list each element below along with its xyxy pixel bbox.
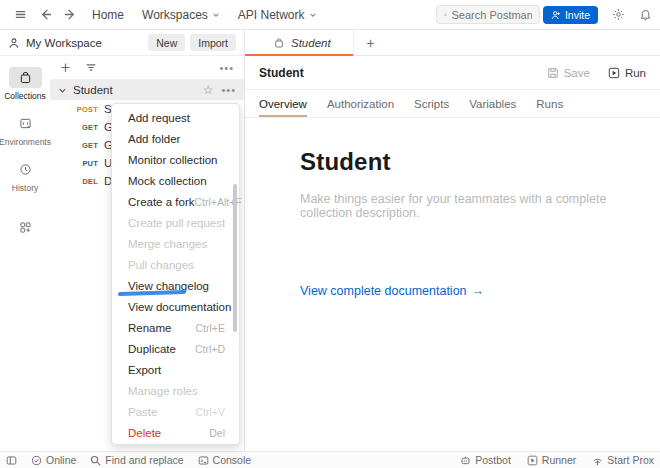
search-icon: [444, 10, 447, 20]
environments-icon: [9, 113, 42, 134]
collection-tab-icon: [273, 37, 285, 49]
online-check-icon: [31, 455, 42, 466]
menu-item-create-a-fork[interactable]: Create a forkCtrl+Alt+F: [112, 191, 239, 212]
method-badge: POST: [74, 105, 98, 114]
rail-item-history[interactable]: History: [0, 154, 50, 198]
console-toggle[interactable]: Console: [198, 454, 252, 466]
start-proxy-button[interactable]: Start Prox: [592, 454, 654, 466]
view-documentation-link[interactable]: View complete documentation →: [300, 284, 484, 298]
postbot-button[interactable]: Postbot: [460, 454, 511, 466]
menu-item-rename[interactable]: RenameCtrl+E: [112, 317, 239, 338]
description-placeholder[interactable]: Make things easier for your teammates wi…: [300, 192, 630, 220]
menu-item-delete[interactable]: DeleteDel: [112, 422, 239, 443]
history-clock-icon: [9, 159, 42, 180]
menu-item-add-request[interactable]: Add request: [112, 107, 239, 128]
new-button[interactable]: New: [148, 34, 185, 51]
sidebar-more-icon[interactable]: •••: [219, 62, 234, 74]
invite-user-icon: [551, 10, 561, 20]
invite-button[interactable]: Invite: [543, 6, 598, 24]
tab-variables[interactable]: Variables: [469, 90, 516, 117]
online-status[interactable]: Online: [31, 454, 76, 466]
tab-authorization[interactable]: Authorization: [327, 90, 394, 117]
menu-item-view-documentation[interactable]: View documentation: [112, 296, 239, 317]
nav-home[interactable]: Home: [92, 8, 124, 22]
tab-scripts[interactable]: Scripts: [414, 90, 449, 117]
menu-item-merge-changes: Merge changes: [112, 233, 239, 254]
method-badge: GET: [74, 123, 98, 132]
top-bar: Home Workspaces API Network Invite: [0, 0, 660, 30]
star-favorite-icon[interactable]: ☆: [203, 83, 214, 97]
runner-play-icon: [527, 455, 538, 466]
workspace-title[interactable]: My Workspace: [8, 37, 102, 49]
menu-item-monitor-collection[interactable]: Monitor collection: [112, 149, 239, 170]
save-button[interactable]: Save: [547, 67, 590, 79]
import-button[interactable]: Import: [190, 34, 236, 51]
proxy-signal-icon: [592, 455, 603, 466]
add-collection-icon[interactable]: [60, 62, 71, 73]
back-arrow-icon[interactable]: [39, 8, 52, 21]
method-badge: GET: [74, 141, 98, 150]
rail-item-add-panel[interactable]: [0, 212, 50, 243]
method-badge: PUT: [74, 159, 98, 168]
chevron-down-icon: [309, 11, 317, 19]
overview-content: Student Make things easier for your team…: [245, 118, 660, 298]
menu-item-pull-changes: Pull changes: [112, 254, 239, 275]
nav-workspaces[interactable]: Workspaces: [142, 8, 220, 22]
rail-item-environments[interactable]: Environments: [0, 108, 50, 152]
filter-icon[interactable]: [85, 62, 97, 73]
activity-rail: Collections Environments History: [0, 56, 50, 451]
run-button[interactable]: Run: [608, 67, 646, 79]
app-menu-icon[interactable]: [14, 8, 27, 21]
sidebar-toolbar: •••: [50, 56, 244, 80]
user-icon: [8, 37, 20, 49]
page-title: Student: [259, 66, 304, 80]
console-icon: [198, 455, 209, 466]
menu-item-add-folder[interactable]: Add folder: [112, 128, 239, 149]
find-and-replace[interactable]: Find and replace: [90, 454, 183, 466]
menu-item-mock-collection[interactable]: Mock collection: [112, 170, 239, 191]
menu-item-export[interactable]: Export: [112, 359, 239, 380]
grid-plus-icon: [9, 217, 42, 238]
rail-item-collections[interactable]: Collections: [0, 62, 50, 106]
collection-header: Student Save Run: [245, 56, 660, 90]
menu-item-view-changelog[interactable]: View changelog: [112, 275, 239, 296]
menu-item-create-pull-request: Create pull request: [112, 212, 239, 233]
search-input[interactable]: [452, 9, 532, 21]
collection-context-menu: Add request Add folder Monitor collectio…: [111, 103, 240, 445]
document-tab-bar: Student +: [245, 30, 660, 56]
save-floppy-icon: [547, 67, 559, 79]
status-bar: Online Find and replace Console Postbot …: [0, 451, 660, 468]
method-badge: DEL: [74, 177, 98, 186]
tab-overview[interactable]: Overview: [259, 90, 307, 117]
chevron-down-icon: [212, 11, 220, 19]
collections-icon: [9, 67, 42, 88]
collection-row-student[interactable]: Student ☆ •••: [50, 80, 244, 100]
section-tabs: Overview Authorization Scripts Variables…: [245, 90, 660, 118]
forward-arrow-icon[interactable]: [64, 8, 77, 21]
arrow-right-icon: →: [472, 284, 485, 298]
runner-button[interactable]: Runner: [527, 454, 576, 466]
settings-gear-icon[interactable]: [612, 8, 625, 21]
search-icon: [90, 455, 101, 466]
tab-student[interactable]: Student: [245, 30, 354, 55]
notifications-bell-icon[interactable]: [639, 8, 652, 21]
collection-heading: Student: [300, 148, 630, 176]
global-search[interactable]: [436, 5, 540, 24]
workspace-header: My Workspace New Import: [0, 30, 244, 56]
menu-scrollbar[interactable]: [233, 184, 237, 332]
main-area: Student + Student Save Run: [245, 30, 660, 451]
new-tab-button[interactable]: +: [354, 30, 388, 55]
chevron-down-icon: [58, 86, 67, 95]
collection-more-icon[interactable]: •••: [221, 84, 236, 96]
postbot-icon: [460, 455, 471, 466]
toggle-sidebar-icon[interactable]: [6, 455, 17, 466]
postman-app: Home Workspaces API Network Invite: [0, 0, 660, 468]
menu-item-duplicate[interactable]: DuplicateCtrl+D: [112, 338, 239, 359]
tab-runs[interactable]: Runs: [536, 90, 563, 117]
nav-api-network[interactable]: API Network: [238, 8, 317, 22]
menu-item-paste: PasteCtrl+V: [112, 401, 239, 422]
run-play-icon: [608, 67, 620, 79]
menu-item-manage-roles: Manage roles: [112, 380, 239, 401]
